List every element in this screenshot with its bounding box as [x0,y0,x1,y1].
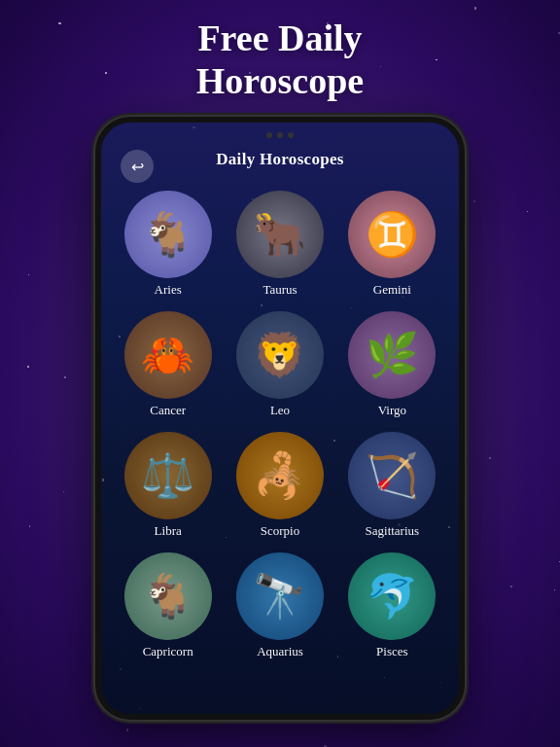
notch-dot-3 [288,132,294,138]
zodiac-circle-scorpio: 🦂 [236,432,324,519]
notch-dot-1 [266,132,272,138]
zodiac-label-pisces: Pisces [376,644,408,659]
zodiac-circle-capricorn: 🐐 [124,552,212,640]
zodiac-label-cancer: Cancer [150,403,186,418]
zodiac-item-taurus[interactable]: 🐂Taurus [228,191,331,298]
zodiac-circle-aries: 🐐 [124,191,212,278]
zodiac-circle-gemini: ♊ [348,191,436,278]
zodiac-item-libra[interactable]: ⚖️Libra [117,432,219,539]
back-button[interactable] [121,150,154,183]
zodiac-circle-leo: 🦁 [236,311,324,399]
zodiac-label-scorpio: Scorpio [261,523,299,539]
zodiac-item-virgo[interactable]: 🌿Virgo [341,311,443,418]
zodiac-circle-cancer: 🦀 [124,311,212,399]
zodiac-item-gemini[interactable]: ♊Gemini [341,191,443,298]
zodiac-item-leo[interactable]: 🦁Leo [228,311,331,418]
zodiac-label-leo: Leo [270,403,290,418]
zodiac-label-virgo: Virgo [378,403,406,418]
zodiac-circle-aquarius: 🔭 [236,552,324,640]
zodiac-label-aquarius: Aquarius [257,644,303,659]
zodiac-circle-sagittarius: 🏹 [348,432,436,519]
zodiac-circle-virgo: 🌿 [348,311,436,399]
notch-dot-2 [277,132,283,138]
zodiac-item-pisces[interactable]: 🐬Pisces [341,552,443,659]
zodiac-circle-pisces: 🐬 [348,552,436,640]
zodiac-item-scorpio[interactable]: 🦂Scorpio [228,432,331,539]
screen-title: Daily Horoscopes [101,150,459,169]
zodiac-item-aquarius[interactable]: 🔭Aquarius [228,552,331,659]
zodiac-item-sagittarius[interactable]: 🏹Sagittarius [341,432,443,539]
zodiac-item-aries[interactable]: 🐐Aries [117,191,219,298]
zodiac-label-aries: Aries [155,282,182,298]
zodiac-grid: 🐐Aries🐂Taurus♊Gemini🦀Cancer🦁Leo🌿Virgo⚖️L… [101,191,459,659]
zodiac-label-sagittarius: Sagittarius [366,523,420,539]
zodiac-label-libra: Libra [155,523,182,539]
zodiac-circle-libra: ⚖️ [124,432,212,519]
zodiac-item-capricorn[interactable]: 🐐Capricorn [117,552,219,659]
tablet-notch [266,132,294,138]
zodiac-label-capricorn: Capricorn [143,644,193,659]
app-screen: Daily Horoscopes 🐐Aries🐂Taurus♊Gemini🦀Ca… [101,123,459,714]
zodiac-label-gemini: Gemini [373,282,411,298]
zodiac-circle-taurus: 🐂 [236,191,324,278]
tablet-frame: Daily Horoscopes 🐐Aries🐂Taurus♊Gemini🦀Ca… [95,117,465,720]
zodiac-label-taurus: Taurus [262,282,297,298]
zodiac-item-cancer[interactable]: 🦀Cancer [117,311,219,418]
page-title: Free Daily Horoscope [0,18,560,102]
